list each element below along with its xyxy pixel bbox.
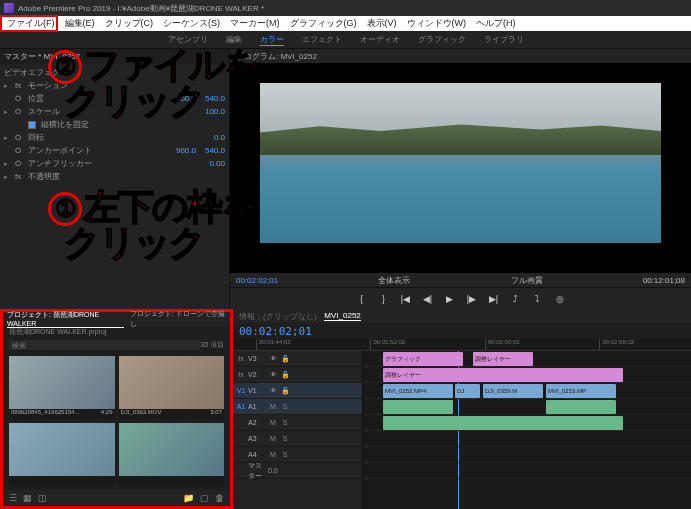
- clip-item[interactable]: [9, 423, 115, 486]
- freeform-view-icon[interactable]: ◫: [38, 493, 47, 503]
- title-bar: Adobe Premiere Pro 2019 - I:¥Adobe動画¥琵琶湖…: [0, 0, 691, 16]
- menu-marker[interactable]: マーカー(M): [225, 17, 285, 30]
- project-panel[interactable]: プロジェクト: 琵琶湖DRONE WALKER プロジェクト: ドローンで空撮し…: [0, 309, 233, 509]
- fx-anchor[interactable]: アンカーポイント: [28, 145, 173, 156]
- menu-view[interactable]: 表示(V): [362, 17, 402, 30]
- clip-item[interactable]: [119, 423, 225, 486]
- timeline-clip[interactable]: DJ: [455, 384, 480, 398]
- menu-edit[interactable]: 編集(E): [60, 17, 100, 30]
- monitor-viewport[interactable]: [230, 63, 691, 273]
- solo-icon[interactable]: S: [280, 403, 290, 410]
- tc-in[interactable]: 00:02:02;01: [236, 276, 278, 285]
- source-tab[interactable]: マスター * MVI_0252: [0, 49, 229, 64]
- ws-audio[interactable]: オーディオ: [360, 34, 400, 45]
- timeline-clip[interactable]: MVI_0253.MP: [546, 384, 616, 398]
- icon-view-icon[interactable]: ▦: [23, 493, 32, 503]
- fx-video-header: ビデオエフェクト: [4, 67, 225, 78]
- list-view-icon[interactable]: ☰: [9, 493, 17, 503]
- timeline-clip[interactable]: DJI_0359.M: [483, 384, 543, 398]
- timeline-clip[interactable]: [383, 400, 453, 414]
- timeline-clip[interactable]: 調整レイヤー: [473, 352, 533, 366]
- toggle-output-icon[interactable]: 👁: [268, 355, 278, 362]
- timeline-clip[interactable]: 調整レイヤー: [383, 368, 623, 382]
- new-bin-icon[interactable]: 📁: [183, 493, 194, 503]
- monitor-info-bar: 00:02:02;01 全体表示 フル画質 00:12:01;08: [230, 273, 691, 287]
- lift-icon[interactable]: ⤴: [509, 292, 523, 306]
- monitor-tabs: プログラム: MVI_0252: [230, 49, 691, 63]
- timeline-clip[interactable]: [383, 416, 623, 430]
- project-bin-grid: 089620845_419625154...4;29 DJI_0363.MOV3…: [3, 352, 230, 490]
- effect-controls-body: ビデオエフェクト ▸fxモーション Ö位置960.0540.0 ▸Öスケール10…: [0, 64, 229, 309]
- menu-clip[interactable]: クリップ(C): [100, 17, 159, 30]
- lower-panels: プロジェクト: 琵琶湖DRONE WALKER プロジェクト: ドローンで空撮し…: [0, 309, 691, 509]
- menu-bar: ファイル(F) 編集(E) クリップ(C) シーケンス(S) マーカー(M) グ…: [0, 16, 691, 31]
- app-logo-icon: [4, 3, 14, 13]
- upper-panels: マスター * MVI_0252 ビデオエフェクト ▸fxモーション Ö位置960…: [0, 49, 691, 309]
- menu-graphic[interactable]: グラフィック(G): [285, 17, 362, 30]
- fx-opacity[interactable]: 不透明度: [28, 171, 225, 182]
- play-icon[interactable]: ▶: [443, 292, 457, 306]
- fx-antiflicker[interactable]: アンチフリッカー: [28, 158, 206, 169]
- mark-out-icon[interactable]: }: [377, 292, 391, 306]
- step-fwd-icon[interactable]: |▶: [465, 292, 479, 306]
- ws-edit[interactable]: 編集: [226, 34, 242, 45]
- trash-icon[interactable]: 🗑: [215, 493, 224, 503]
- tl-seq-tab[interactable]: MVI_0252: [324, 311, 360, 321]
- timeline-clip[interactable]: [546, 400, 616, 414]
- extract-icon[interactable]: ⤵: [531, 292, 545, 306]
- menu-window[interactable]: ウィンドウ(W): [402, 17, 472, 30]
- project-footer: ☰ ▦ ◫ 📁 ▢ 🗑: [3, 490, 230, 506]
- workspace-tabs: アセンブリ 編集 カラー エフェクト オーディオ グラフィック ライブラリ: [0, 31, 691, 49]
- uniform-checkbox[interactable]: [28, 121, 36, 129]
- timeline-timecode[interactable]: 00:02:02;01: [239, 325, 312, 338]
- timeline-clip[interactable]: MVI_0252.MP4: [383, 384, 453, 398]
- item-count: 30 項目: [200, 340, 224, 350]
- menu-help[interactable]: ヘルプ(H): [471, 17, 521, 30]
- project-search-input[interactable]: [9, 340, 200, 350]
- track-headers: fxV3👁🔒 fxV2👁🔒 V1V1👁🔒 A1A1MS A2MS A3MS A4…: [233, 351, 363, 509]
- go-in-icon[interactable]: |◀: [399, 292, 413, 306]
- monitor-tab[interactable]: プログラム: MVI_0252: [236, 51, 317, 62]
- ws-color[interactable]: カラー: [260, 34, 284, 46]
- timeline-panel: 情報：(クリップなし) MVI_0252 00:02:02;01 00:01:4…: [233, 309, 691, 509]
- tl-info: 情報：(クリップなし): [239, 311, 316, 322]
- mute-icon[interactable]: M: [268, 403, 278, 410]
- transport-controls: { } |◀ ◀| ▶ |▶ ▶| ⤴ ⤵ ◎: [230, 287, 691, 309]
- ws-effects[interactable]: エフェクト: [302, 34, 342, 45]
- new-item-icon[interactable]: ▢: [200, 493, 209, 503]
- ws-graphics[interactable]: グラフィック: [418, 34, 466, 45]
- tc-out: 00:12:01;08: [643, 276, 685, 285]
- menu-file[interactable]: ファイル(F): [2, 17, 60, 30]
- fx-position[interactable]: 位置: [28, 93, 173, 104]
- quality-dropdown[interactable]: フル画質: [511, 275, 543, 286]
- fx-scale[interactable]: スケール: [28, 106, 202, 117]
- fx-rotation[interactable]: 回転: [28, 132, 211, 143]
- project-name: 琵琶湖DRONE WALKER.prproj: [9, 327, 106, 337]
- fx-motion[interactable]: モーション: [28, 80, 225, 91]
- step-back-icon[interactable]: ◀|: [421, 292, 435, 306]
- title-text: Adobe Premiere Pro 2019 - I:¥Adobe動画¥琵琶湖…: [18, 3, 264, 14]
- ws-library[interactable]: ライブラリ: [484, 34, 524, 45]
- ws-assembly[interactable]: アセンブリ: [168, 34, 208, 45]
- export-frame-icon[interactable]: ◎: [553, 292, 567, 306]
- fx-uniform: 縦横比を固定: [41, 119, 225, 130]
- timeline-ruler[interactable]: 00:01:44;02 00:01:52;02 00:02:00;02 00:0…: [233, 339, 691, 351]
- lock-icon[interactable]: 🔒: [280, 355, 290, 363]
- clip-item[interactable]: DJI_0363.MOV3;07: [119, 356, 225, 419]
- mark-in-icon[interactable]: {: [355, 292, 369, 306]
- menu-sequence[interactable]: シーケンス(S): [158, 17, 225, 30]
- program-monitor: プログラム: MVI_0252 00:02:02;01 全体表示 フル画質 00…: [230, 49, 691, 309]
- go-out-icon[interactable]: ▶|: [487, 292, 501, 306]
- timeline-tracks[interactable]: グラフィック調整レイヤー 調整レイヤー MVI_0252.MP4DJDJI_03…: [363, 351, 691, 509]
- fit-dropdown[interactable]: 全体表示: [378, 275, 410, 286]
- timeline-clip[interactable]: グラフィック: [383, 352, 463, 366]
- effect-controls-panel: マスター * MVI_0252 ビデオエフェクト ▸fxモーション Ö位置960…: [0, 49, 230, 309]
- clip-item[interactable]: 089620845_419625154...4;29: [9, 356, 115, 419]
